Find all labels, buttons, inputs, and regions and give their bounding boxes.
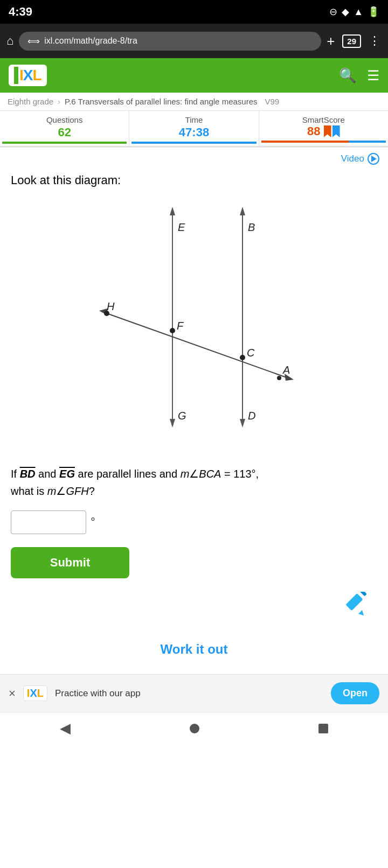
svg-marker-9 — [240, 419, 245, 428]
url-text: ixl.com/math/grade-8/tra — [44, 36, 137, 46]
tab-count[interactable]: 29 — [342, 34, 361, 48]
svg-text:E: E — [178, 221, 185, 233]
video-row: Video — [0, 148, 388, 165]
open-button[interactable]: Open — [331, 682, 379, 704]
site-icon: ⟺ — [27, 36, 40, 46]
svg-text:A: A — [282, 364, 290, 376]
time-label: Time — [131, 115, 256, 124]
status-time: 4:39 — [9, 5, 32, 19]
banner-logo: IXL — [23, 685, 47, 701]
banner-text: Practice with our app — [55, 688, 323, 699]
breadcrumb-level[interactable]: Eighth grade — [8, 97, 53, 106]
breadcrumb-separator: › — [58, 97, 60, 106]
question-prompt: Look at this diagram: — [11, 173, 377, 187]
wifi-icon: ◆ — [342, 6, 349, 18]
battery-icon: 🔋 — [368, 6, 379, 18]
pencil-icon[interactable] — [341, 589, 372, 620]
breadcrumb: Eighth grade › P.6 Transversals of paral… — [0, 93, 388, 111]
ixl-header: IXL 🔍 ☰ — [0, 58, 388, 93]
browser-bar: ⌂ ⟺ ixl.com/math/grade-8/tra + 29 ⋮ — [0, 24, 388, 58]
status-bar: 4:39 ⊖ ◆ ▲ 🔋 — [0, 0, 388, 24]
diagram-container: E G F B D C — [11, 196, 377, 454]
app-banner: × IXL Practice with our app Open — [0, 674, 388, 712]
smartscore-stat: SmartScore 88 — [259, 111, 388, 146]
questions-label: Questions — [2, 115, 127, 124]
questions-stat: Questions 62 — [0, 111, 129, 146]
smartscore-underline — [261, 141, 386, 143]
url-bar[interactable]: ⟺ ixl.com/math/grade-8/tra — [19, 32, 321, 51]
geometry-diagram: E G F B D C — [86, 196, 302, 454]
breadcrumb-version: V99 — [265, 97, 280, 106]
video-label: Video — [341, 153, 364, 164]
home-icon[interactable]: ⌂ — [6, 34, 13, 48]
submit-button[interactable]: Submit — [11, 547, 129, 578]
svg-marker-1 — [170, 207, 175, 215]
time-underline — [131, 142, 256, 144]
status-icons: ⊖ ◆ ▲ 🔋 — [329, 6, 379, 18]
back-button[interactable]: ◀ — [60, 720, 71, 737]
work-it-out-label: Work it out — [161, 642, 228, 656]
time-value: 47:38 — [131, 125, 256, 139]
svg-text:D: D — [248, 410, 255, 422]
svg-point-20 — [277, 376, 281, 380]
recent-nav-button[interactable] — [318, 724, 328, 733]
search-icon[interactable]: 🔍 — [339, 67, 356, 84]
stats-bar: Questions 62 Time 47:38 SmartScore 88 — [0, 111, 388, 148]
svg-marker-22 — [358, 610, 364, 615]
answer-row: ° — [11, 510, 377, 534]
answer-input[interactable] — [11, 510, 86, 534]
svg-text:C: C — [247, 347, 255, 359]
svg-text:G: G — [178, 410, 186, 422]
degree-symbol: ° — [91, 515, 95, 529]
nav-bar: ◀ — [0, 712, 388, 744]
home-nav-button[interactable] — [190, 724, 199, 733]
eg-label: EG — [59, 468, 75, 480]
bookmark-icons — [324, 125, 340, 137]
banner-logo-box: IXL — [23, 685, 47, 701]
questions-underline — [2, 142, 127, 144]
video-link[interactable]: Video — [341, 153, 379, 165]
banner-close-button[interactable]: × — [9, 687, 16, 701]
browser-actions: + 29 ⋮ — [327, 33, 382, 50]
minus-circle-icon: ⊖ — [329, 6, 337, 18]
smartscore-value: 88 — [261, 124, 386, 138]
header-icons: 🔍 ☰ — [339, 67, 379, 84]
svg-point-18 — [104, 311, 109, 316]
question-text: If BD and EG are parallel lines and m∠BC… — [11, 465, 377, 500]
breadcrumb-lesson[interactable]: P.6 Transversals of parallel lines: find… — [65, 97, 257, 106]
bd-label: BD — [20, 468, 36, 480]
bookmark-orange — [324, 125, 331, 137]
svg-point-12 — [240, 355, 245, 360]
work-it-out-section[interactable]: Work it out — [11, 620, 377, 666]
smartscore-label: SmartScore — [261, 115, 386, 124]
svg-rect-21 — [345, 593, 363, 611]
content-area: Look at this diagram: E G F B D — [0, 165, 388, 674]
new-tab-icon[interactable]: + — [327, 33, 335, 50]
play-circle-icon — [368, 153, 379, 165]
svg-point-5 — [170, 328, 175, 333]
play-triangle — [371, 156, 377, 162]
svg-marker-8 — [240, 207, 245, 215]
time-stat: Time 47:38 — [129, 111, 259, 146]
bookmark-blue — [332, 125, 340, 137]
questions-value: 62 — [2, 125, 127, 139]
svg-line-14 — [102, 312, 291, 379]
signal-icon: ▲ — [354, 6, 363, 18]
svg-rect-23 — [358, 592, 367, 596]
svg-text:H: H — [107, 300, 115, 312]
svg-marker-2 — [170, 419, 175, 428]
svg-text:B: B — [248, 221, 255, 233]
pencil-fab — [11, 589, 377, 620]
svg-text:F: F — [177, 320, 184, 332]
ixl-logo[interactable]: IXL — [9, 65, 47, 86]
more-menu-icon[interactable]: ⋮ — [369, 34, 382, 48]
menu-icon[interactable]: ☰ — [367, 67, 379, 84]
